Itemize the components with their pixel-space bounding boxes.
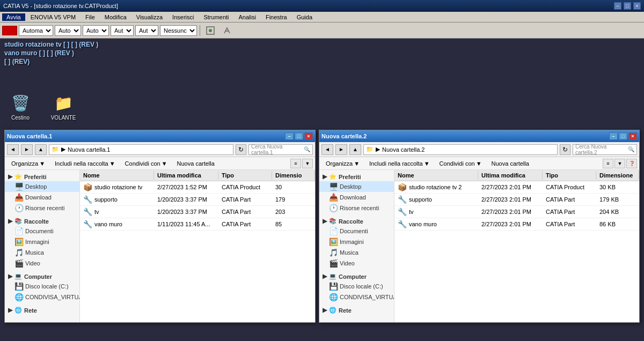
menu-visualizza[interactable]: Visualizza (132, 13, 167, 21)
sidebar-disco[interactable]: 💾 Disco locale (C:) (5, 281, 79, 292)
view-list[interactable]: ≡ (290, 159, 301, 168)
col-tipo-2[interactable]: Tipo (543, 171, 596, 180)
menu-analisi[interactable]: Analisi (235, 13, 260, 21)
explorer-1-back[interactable]: ◄ (7, 144, 19, 155)
col-nome-2[interactable]: Nome (394, 171, 478, 180)
view-arrow-2[interactable]: ▼ (614, 159, 625, 168)
toolbar-select-4[interactable]: Aut (111, 25, 134, 36)
sidebar-preferiti-header[interactable]: ▶ ⭐ Preferiti (5, 172, 79, 181)
explorer-1-search[interactable]: Cerca Nuova cartella.1 🔍 (248, 144, 313, 155)
explorer-2-back[interactable]: ◄ (321, 144, 333, 155)
sidebar-musica[interactable]: 🎵 Musica (5, 247, 79, 258)
toolbar-icon-2[interactable] (219, 25, 235, 36)
file-row-2-1[interactable]: 📦 studio rotazione tv 2 2/27/2023 2:01 P… (394, 181, 639, 194)
sidebar-raccolte-header[interactable]: ▶ 📚 Raccolte (5, 217, 79, 226)
toolbar-select-2[interactable]: Auto (55, 25, 81, 36)
sidebar-2-risorse[interactable]: 🕐 Risorse recenti (319, 203, 394, 213)
col-tipo-1[interactable]: Tipo (218, 171, 272, 180)
file-row-2-4[interactable]: 🔧 vano muro 2/27/2023 2:01 PM CATIA Part… (394, 218, 639, 231)
sidebar-download[interactable]: 📥 Download (5, 192, 79, 203)
col-dim-2[interactable]: Dimensione (596, 171, 639, 180)
sidebar-2-documenti[interactable]: 📄 Documenti (319, 226, 394, 236)
file-row-1-4[interactable]: 🔧 vano muro 1/11/2023 11:45 A... CATIA P… (80, 218, 315, 231)
explorer-1-up[interactable]: ▲ (35, 144, 47, 155)
file-row-1-1[interactable]: 📦 studio rotazione tv 2/27/2023 1:52 PM … (80, 181, 315, 194)
menu-avvia[interactable]: Avvia (2, 13, 25, 21)
col-dim-1[interactable]: Dimensio (272, 171, 315, 180)
sidebar-video[interactable]: 🎬 Video (5, 258, 79, 269)
explorer-2-condividi[interactable]: Condividi con ▼ (435, 160, 486, 167)
preferiti-2-arrow: ▶ (323, 173, 327, 180)
menu-finestra[interactable]: Finestra (261, 13, 291, 21)
toolbar-select-6[interactable]: Nessunc (160, 25, 197, 36)
menu-enovia[interactable]: ENOVIA V5 VPM (26, 13, 80, 21)
explorer-1-minimize[interactable]: – (285, 132, 294, 140)
explorer-1-close[interactable]: × (304, 132, 313, 140)
view-arrow[interactable]: ▼ (302, 159, 313, 168)
sidebar-2-rete-header[interactable]: ▶ 🌐 Rete (319, 306, 394, 315)
menu-modifica[interactable]: Modifica (100, 13, 131, 21)
col-nome-1[interactable]: Nome (80, 171, 154, 180)
toolbar-icon-1[interactable] (203, 25, 218, 36)
close-button[interactable]: × (633, 2, 641, 10)
sidebar-desktop[interactable]: 🖥️ Desktop (5, 181, 79, 192)
menu-guida[interactable]: Guida (292, 13, 317, 21)
col-data-2[interactable]: Ultima modifica (478, 171, 543, 180)
sidebar-computer-header[interactable]: ▶ 💻 Computer (5, 272, 79, 281)
explorer-2-close[interactable]: × (628, 132, 637, 140)
desktop-icon-volante[interactable]: 📁 VOLANTE (47, 92, 79, 121)
sidebar-rete-header[interactable]: ▶ 🌐 Rete (5, 306, 79, 315)
file-row-2-3[interactable]: 🔧 tv 2/27/2023 2:01 PM CATIA Part 204 KB (394, 206, 639, 218)
raccolte-arrow: ▶ (8, 218, 12, 225)
sidebar-2-musica[interactable]: 🎵 Musica (319, 247, 394, 258)
explorer-2-nuova-cartella[interactable]: Nuova cartella (487, 160, 533, 167)
sidebar-2-condivisa[interactable]: 🌐 CONDIVISA_VIRTUAL (319, 292, 394, 302)
explorer-2-refresh[interactable]: ↻ (560, 144, 570, 155)
toolbar-select-3[interactable]: Auto (83, 25, 109, 36)
sidebar-2-video[interactable]: 🎬 Video (319, 258, 394, 269)
explorer-1-raccolta[interactable]: Includi nella raccolta ▼ (50, 160, 120, 167)
explorer-2-forward[interactable]: ► (335, 144, 347, 155)
explorer-1-forward[interactable]: ► (21, 144, 33, 155)
explorer-1-organizza[interactable]: Organizza ▼ (7, 160, 49, 167)
sidebar-2-download[interactable]: 📥 Download (319, 192, 394, 203)
sidebar-2-disco[interactable]: 💾 Disco locale (C:) (319, 281, 394, 292)
sidebar-2-desktop[interactable]: 🖥️ Desktop (319, 181, 394, 192)
minimize-button[interactable]: – (614, 2, 621, 10)
toolbar-select-5[interactable]: Aut (135, 25, 158, 36)
explorer-1-refresh[interactable]: ↻ (236, 144, 246, 155)
col-data-1[interactable]: Ultima modifica (154, 171, 218, 180)
explorer-2-search[interactable]: Cerca Nuova cartella.2 🔍 (573, 144, 637, 155)
sidebar-2-immagini[interactable]: 🖼️ Immagini (319, 236, 394, 247)
explorer-1-nuova-cartella[interactable]: Nuova cartella (173, 160, 219, 167)
sidebar-2-preferiti-header[interactable]: ▶ ⭐ Preferiti (319, 172, 394, 181)
explorer-1-address[interactable]: 📁 ▶ Nuova cartella.1 (49, 144, 233, 155)
toolbar-select-1[interactable]: Automa (19, 25, 53, 36)
sidebar-risorse[interactable]: 🕐 Risorse recenti (5, 203, 79, 213)
desktop-icon-cestino[interactable]: 🗑️ Cestino (4, 92, 36, 121)
menu-strumenti[interactable]: Strumenti (199, 13, 233, 21)
explorer-2-organizza[interactable]: Organizza ▼ (321, 160, 364, 167)
sidebar-condivisa[interactable]: 🌐 CONDIVISA_VIRTUAL (5, 292, 79, 302)
file-row-1-2[interactable]: 🔧 supporto 1/20/2023 3:37 PM CATIA Part … (80, 194, 315, 206)
color-swatch[interactable] (2, 26, 17, 35)
file-row-1-3[interactable]: 🔧 tv 1/20/2023 3:37 PM CATIA Part 203 (80, 206, 315, 218)
sidebar-documenti[interactable]: 📄 Documenti (5, 226, 79, 236)
explorer-2-raccolta[interactable]: Includi nella raccolta ▼ (365, 160, 434, 167)
menu-inserisci[interactable]: Inserisci (168, 13, 198, 21)
explorer-2-restore[interactable]: □ (619, 132, 627, 140)
explorer-2-minimize[interactable]: – (609, 132, 618, 140)
explorer-1-condividi[interactable]: Condividi con ▼ (121, 160, 172, 167)
sidebar-2-raccolte-header[interactable]: ▶ 📚 Raccolte (319, 217, 394, 226)
explorer-2-up[interactable]: ▲ (349, 144, 361, 155)
menu-file[interactable]: File (81, 13, 99, 21)
explorer-1-restore[interactable]: □ (295, 132, 303, 140)
sidebar-2-computer-header[interactable]: ▶ 💻 Computer (319, 272, 394, 281)
restore-button[interactable]: □ (624, 2, 631, 10)
file-row-2-2[interactable]: 🔧 supporto 2/27/2023 2:01 PM CATIA Part … (394, 194, 639, 206)
view-extra-2[interactable]: ❓ (626, 159, 637, 168)
view-list-2[interactable]: ≡ (603, 159, 613, 168)
catia-part-icon-4: 🔧 (398, 195, 407, 204)
explorer-2-address[interactable]: 📁 ▶ Nuova cartella.2 (363, 144, 558, 155)
sidebar-immagini[interactable]: 🖼️ Immagini (5, 236, 79, 247)
